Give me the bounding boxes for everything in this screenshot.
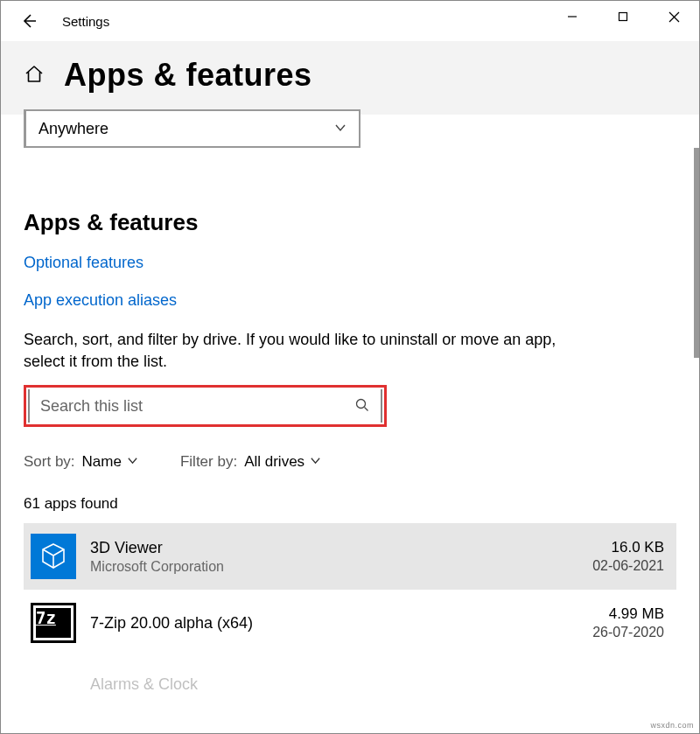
- app-icon-alarms: [31, 661, 76, 707]
- filter-by-control[interactable]: Filter by: All drives: [180, 453, 321, 471]
- window-title: Settings: [62, 14, 109, 29]
- svg-line-5: [365, 407, 368, 410]
- filter-label: Filter by:: [180, 453, 237, 471]
- maximize-icon: [618, 11, 628, 22]
- scrollbar[interactable]: [694, 148, 699, 358]
- watermark: wsxdn.com: [650, 721, 694, 730]
- chevron-down-icon: [127, 453, 138, 471]
- page-title: Apps & features: [64, 57, 312, 94]
- search-input[interactable]: [40, 397, 354, 416]
- app-date: 02-06-2021: [592, 558, 664, 574]
- filter-value: All drives: [244, 453, 304, 471]
- minimize-button[interactable]: [547, 1, 598, 32]
- maximize-button[interactable]: [598, 1, 648, 32]
- app-row[interactable]: 3D Viewer Microsoft Corporation 16.0 KB …: [24, 523, 676, 590]
- app-execution-aliases-link[interactable]: App execution aliases: [24, 291, 676, 310]
- sort-by-control[interactable]: Sort by: Name: [24, 453, 138, 471]
- section-heading: Apps & features: [24, 209, 676, 236]
- close-icon: [668, 11, 680, 23]
- optional-features-link[interactable]: Optional features: [24, 254, 676, 272]
- back-button[interactable]: [11, 3, 46, 38]
- app-name: 7-Zip 20.00 alpha (x64): [90, 614, 578, 633]
- install-source-dropdown[interactable]: Anywhere: [24, 109, 360, 148]
- app-name: Alarms & Clock: [90, 675, 664, 694]
- home-icon[interactable]: [24, 64, 45, 87]
- sort-label: Sort by:: [24, 453, 75, 471]
- app-name: 3D Viewer: [90, 539, 578, 557]
- search-icon[interactable]: [354, 397, 370, 416]
- arrow-left-icon: [20, 12, 38, 30]
- app-size: 16.0 KB: [592, 539, 664, 556]
- svg-point-4: [357, 399, 366, 408]
- section-description: Search, sort, and filter by drive. If yo…: [24, 329, 592, 373]
- app-size: 4.99 MB: [592, 605, 664, 623]
- app-row[interactable]: 7z 7-Zip 20.00 alpha (x64) 4.99 MB 26-07…: [24, 590, 676, 656]
- chevron-down-icon: [310, 453, 321, 471]
- sort-value: Name: [82, 453, 122, 471]
- search-highlight: [24, 385, 387, 427]
- chevron-down-icon: [334, 120, 346, 138]
- app-date: 26-07-2020: [592, 625, 664, 640]
- minimize-icon: [567, 11, 578, 22]
- page-header: Apps & features: [1, 41, 699, 115]
- install-source-value: Anywhere: [38, 120, 108, 138]
- apps-count: 61 apps found: [24, 495, 676, 513]
- app-publisher: Microsoft Corporation: [90, 559, 578, 575]
- close-button[interactable]: [648, 1, 699, 32]
- app-icon-7zip: 7z: [31, 600, 76, 646]
- app-icon-3dviewer: [31, 534, 76, 579]
- app-row[interactable]: Alarms & Clock: [24, 656, 676, 717]
- svg-rect-1: [620, 13, 627, 21]
